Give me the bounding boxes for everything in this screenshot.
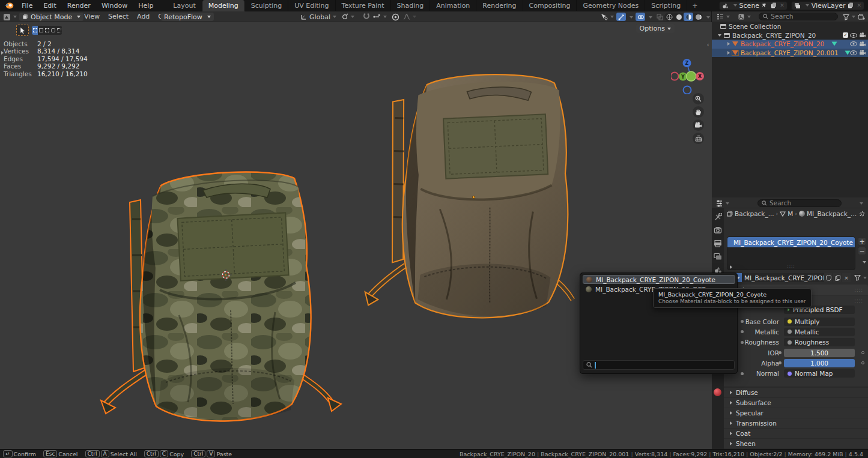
outliner-filter-dropdown[interactable] bbox=[843, 13, 855, 21]
show-object-types-dropdown[interactable] bbox=[600, 13, 614, 21]
proportional-editing-icon[interactable] bbox=[392, 13, 399, 21]
popup-item-coyote[interactable]: MI_Backpack_CRYE_ZIPON_20_Coyote bbox=[583, 275, 735, 284]
menu-item[interactable]: Help bbox=[133, 0, 159, 11]
collapse-arrow-icon[interactable] bbox=[718, 34, 721, 37]
xray-toggle[interactable] bbox=[655, 13, 664, 21]
viewlayer-selector[interactable]: ViewLayer ✕ bbox=[791, 1, 864, 10]
viewlayer-name[interactable]: ViewLayer bbox=[812, 2, 846, 10]
select-mode-invert[interactable] bbox=[50, 26, 56, 35]
properties-header-chevron[interactable] bbox=[860, 202, 863, 205]
pan-hand-button[interactable] bbox=[693, 106, 704, 118]
transform-orientation-dropdown[interactable]: Global bbox=[300, 13, 336, 21]
viewlayer-remove-icon[interactable]: ✕ bbox=[857, 2, 861, 8]
normal-input[interactable]: Normal Map bbox=[784, 369, 855, 378]
gizmos-toggle[interactable] bbox=[616, 13, 626, 21]
alpha-slider[interactable]: 1.000 bbox=[784, 359, 855, 367]
breadcrumb-object[interactable]: Backpack_... bbox=[735, 210, 774, 217]
ior-slider[interactable]: 1.500 bbox=[784, 349, 855, 357]
outliner-row-backpack-active[interactable]: Backpack_CRYE_ZIPON_20 bbox=[712, 40, 868, 49]
region-collapse-arrow[interactable]: ‹ bbox=[707, 41, 709, 49]
hide-viewport-eye-icon[interactable] bbox=[850, 41, 857, 46]
workspace-tab[interactable]: Geometry Nodes bbox=[577, 0, 645, 11]
editor-type-icon[interactable] bbox=[3, 13, 17, 21]
scene-unlink-icon[interactable]: ✕ bbox=[780, 2, 785, 8]
backpack-model-multicam[interactable] bbox=[89, 165, 356, 428]
collection-checkbox[interactable]: ✓ bbox=[843, 32, 848, 38]
slot-specials-chevron[interactable] bbox=[863, 261, 866, 264]
workspace-tab[interactable]: Compositing bbox=[523, 0, 577, 11]
properties-editor-type-icon[interactable] bbox=[715, 199, 729, 208]
expand-arrow-icon[interactable] bbox=[727, 51, 730, 55]
snap-toggle-icon[interactable] bbox=[363, 13, 370, 21]
pivot-point-dropdown[interactable] bbox=[341, 13, 354, 21]
zoom-button[interactable] bbox=[693, 93, 704, 104]
shading-dropdown-chevron[interactable] bbox=[706, 16, 710, 19]
disable-render-camera-icon[interactable] bbox=[859, 41, 866, 47]
material-slot-active[interactable]: MI_Backpack_CRYE_ZIPON_20_Coyote bbox=[727, 237, 855, 247]
add-material-slot-button[interactable]: + bbox=[858, 237, 866, 246]
new-collection-icon[interactable] bbox=[858, 13, 865, 21]
select-mode-subtract[interactable] bbox=[44, 26, 50, 35]
workspace-tab[interactable]: Scripting bbox=[645, 0, 687, 11]
options-dropdown[interactable]: Options bbox=[636, 24, 675, 33]
workspace-tab[interactable]: UV Editing bbox=[288, 0, 335, 11]
outliner-row-backpack-001[interactable]: Backpack_CRYE_ZIPON_20.001 bbox=[712, 49, 868, 58]
new-material-copy-icon[interactable] bbox=[833, 273, 842, 282]
snap-with-dropdown[interactable] bbox=[372, 13, 387, 21]
animate-decorator[interactable] bbox=[861, 361, 864, 364]
base-color-input[interactable]: Multiply bbox=[784, 318, 855, 326]
hide-viewport-eye-icon[interactable] bbox=[850, 33, 857, 38]
workspace-tab[interactable]: Sculpting bbox=[245, 0, 288, 11]
slot-list-expander[interactable] bbox=[730, 265, 732, 269]
collapsed-panel-header[interactable]: Coat bbox=[724, 428, 868, 438]
workspace-tab[interactable]: Layout bbox=[167, 0, 202, 11]
menu-item[interactable]: Render bbox=[62, 0, 96, 11]
pin-icon[interactable] bbox=[859, 211, 866, 217]
collapsed-panel-header[interactable]: Diffuse bbox=[724, 387, 868, 397]
retopoflow-menu[interactable]: RetopoFlow bbox=[161, 13, 214, 21]
metallic-input[interactable]: Metallic bbox=[784, 328, 855, 336]
blender-logo-icon[interactable] bbox=[4, 2, 14, 9]
workspace-tab[interactable]: Modeling bbox=[202, 0, 245, 11]
overlays-toggle[interactable] bbox=[636, 13, 645, 21]
workspace-tab[interactable]: Rendering bbox=[476, 0, 523, 11]
unlink-material-button[interactable]: × bbox=[842, 273, 851, 282]
breadcrumb-material[interactable]: MI_Backpack_... bbox=[807, 210, 857, 217]
expand-arrow-icon[interactable] bbox=[727, 42, 730, 46]
material-slot-list[interactable]: MI_Backpack_CRYE_ZIPON_20_Coyote :::: bbox=[727, 237, 855, 270]
outliner-id-type-dropdown[interactable] bbox=[738, 13, 751, 21]
collapsed-panel-header[interactable]: Sheen bbox=[724, 438, 868, 448]
collapsed-panel-header[interactable]: Transmission bbox=[724, 418, 868, 428]
camera-view-button[interactable] bbox=[693, 119, 704, 131]
orthographic-toggle-button[interactable] bbox=[693, 133, 704, 144]
proportional-falloff-dropdown[interactable] bbox=[403, 13, 416, 21]
popup-search-input[interactable] bbox=[583, 360, 735, 370]
viewport-menu-item[interactable]: Add bbox=[133, 11, 154, 22]
animate-decorator[interactable] bbox=[861, 351, 864, 354]
viewport-menu-item[interactable]: Select bbox=[104, 11, 133, 22]
select-mode-set[interactable] bbox=[32, 26, 38, 35]
select-mode-extend[interactable] bbox=[38, 26, 44, 35]
tab-output[interactable] bbox=[714, 240, 722, 248]
tab-tool[interactable] bbox=[714, 213, 722, 221]
mode-dropdown[interactable]: Object Mode bbox=[19, 13, 83, 21]
tab-view-layer[interactable] bbox=[714, 253, 722, 261]
shading-rendered-button[interactable] bbox=[693, 13, 703, 21]
slot-list-resize-grip[interactable]: :::: bbox=[787, 264, 795, 269]
breadcrumb-mesh[interactable]: M bbox=[788, 210, 793, 217]
scene-selector[interactable]: Scene ✕ bbox=[719, 1, 788, 10]
roughness-input[interactable]: Roughness bbox=[784, 338, 855, 346]
menu-item[interactable]: Edit bbox=[38, 0, 61, 11]
workspace-tab[interactable]: Animation bbox=[430, 0, 476, 11]
viewport-3d[interactable]: Objects2 / 2 Vertices8,314 / 8,314 Edges… bbox=[0, 22, 712, 449]
workspace-tab[interactable]: Shading bbox=[391, 0, 431, 11]
hide-viewport-eye-icon[interactable] bbox=[850, 50, 857, 55]
new-scene-icon[interactable] bbox=[771, 2, 777, 9]
workspace-tab[interactable]: Texture Paint bbox=[336, 0, 391, 11]
disable-render-camera-icon[interactable] bbox=[859, 50, 866, 55]
scene-name[interactable]: Scene bbox=[739, 2, 760, 10]
menu-item[interactable]: File bbox=[16, 0, 38, 11]
add-workspace-button[interactable]: + bbox=[687, 2, 702, 10]
tab-render[interactable] bbox=[714, 226, 722, 235]
collapsed-panel-header[interactable]: Subsurface bbox=[724, 397, 868, 408]
